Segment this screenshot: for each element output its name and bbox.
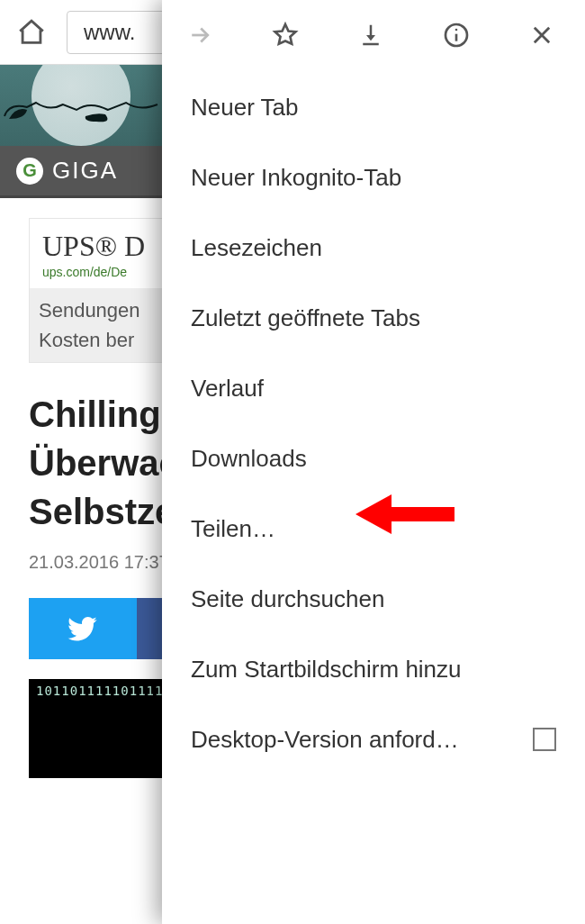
desktop-site-checkbox[interactable] — [533, 728, 556, 751]
svg-rect-0 — [363, 43, 379, 46]
menu-item-find-in-page[interactable]: Seite durchsuchen — [162, 564, 585, 634]
site-name: GIGA — [52, 157, 118, 185]
site-logo[interactable]: G — [16, 158, 43, 185]
info-icon[interactable] — [438, 17, 474, 53]
menu-item-new-tab[interactable]: Neuer Tab — [162, 72, 585, 142]
menu-item-downloads[interactable]: Downloads — [162, 423, 585, 494]
menu-list: Neuer Tab Neuer Inkognito-Tab Lesezeiche… — [162, 67, 585, 780]
menu-item-bookmarks[interactable]: Lesezeichen — [162, 213, 585, 283]
forward-icon[interactable] — [182, 17, 218, 53]
download-icon[interactable] — [353, 17, 389, 53]
star-icon[interactable] — [267, 17, 303, 53]
svg-rect-6 — [390, 507, 454, 521]
twitter-share-button[interactable] — [29, 598, 137, 659]
annotation-arrow — [356, 493, 454, 536]
home-icon[interactable] — [16, 17, 47, 48]
menu-icon-row — [162, 4, 585, 67]
menu-item-recent-tabs[interactable]: Zuletzt geöffnete Tabs — [162, 283, 585, 353]
menu-item-history[interactable]: Verlauf — [162, 353, 585, 423]
browser-menu: Neuer Tab Neuer Inkognito-Tab Lesezeiche… — [162, 0, 585, 924]
svg-point-3 — [455, 29, 458, 32]
url-text: www. — [84, 20, 135, 45]
menu-item-desktop-site[interactable]: Desktop-Version anford… — [162, 704, 585, 775]
menu-item-new-incognito[interactable]: Neuer Inkognito-Tab — [162, 142, 585, 213]
close-icon[interactable] — [524, 17, 560, 53]
menu-item-add-to-home[interactable]: Zum Startbildschirm hinzu — [162, 634, 585, 704]
